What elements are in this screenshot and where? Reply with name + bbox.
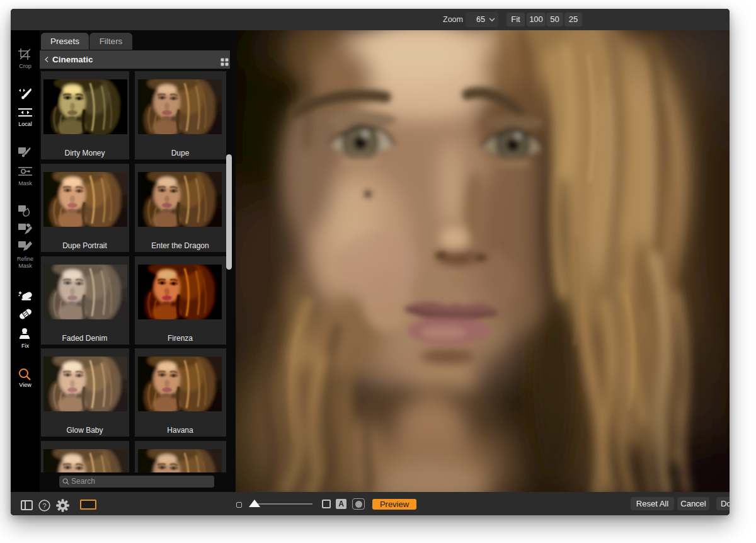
svg-text:?: ?: [42, 502, 46, 510]
